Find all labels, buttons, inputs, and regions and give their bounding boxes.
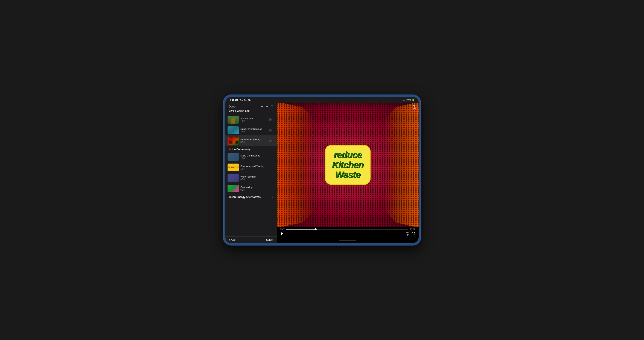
item-info-intro: Introduction 1:32 <box>240 117 267 122</box>
bottom-actions: + Add Select <box>226 236 277 243</box>
undo-icon[interactable]: ↩ <box>261 105 264 108</box>
main-video-area: reduce Kitchen Waste 3 <box>277 103 418 243</box>
chevron-down-icon: ⌄ <box>271 148 273 151</box>
playlist-scroll[interactable]: Introduction 1:32 3 › Repair over Replac… <box>226 115 277 236</box>
item-info-cooking: No-Waste Cooking 3:14 <box>240 138 267 143</box>
home-bar <box>339 241 356 241</box>
item-badge-intro: 3 › <box>268 118 273 121</box>
channel-title: Live a Green Life <box>229 109 273 112</box>
play-button[interactable] <box>280 232 284 237</box>
chevron-right-icon: › <box>273 140 273 142</box>
controls-row: i <box>280 232 415 237</box>
chevron-right-icon: › <box>273 129 273 131</box>
item-duration: 2:09 <box>240 130 267 133</box>
sidebar: Done ↩ ↪ ◫ Live a Green Life <box>226 103 277 243</box>
item-title: Introduction <box>240 117 267 120</box>
list-item[interactable]: Make Connections 1:28 <box>226 152 277 162</box>
list-item[interactable]: Commuting 0:26 <box>226 183 277 194</box>
item-badge-cooking: 6 › <box>268 139 273 142</box>
sidebar-header: Done ↩ ↪ ◫ Live a Green Life <box>226 103 277 115</box>
progress-thumb[interactable] <box>314 228 317 230</box>
battery-percent: 100% <box>406 99 411 101</box>
status-icons: ≈ 100% 🔋 <box>403 99 414 101</box>
current-time: 3:42 <box>280 228 284 230</box>
date-display: Tue Oct 18 <box>240 99 250 101</box>
thumbnail-intro <box>228 116 239 124</box>
list-item[interactable]: No-Waste Cooking 3:14 6 › <box>226 136 277 146</box>
video-visual: reduce Kitchen Waste <box>277 103 418 227</box>
add-button[interactable]: + Add <box>229 238 236 241</box>
thumbnail-work <box>228 174 239 182</box>
video-title-line2: Kitchen <box>332 160 364 170</box>
done-button[interactable]: Done <box>229 105 236 108</box>
item-info-borrow: Borrowing and Trading 1:04 <box>240 165 273 170</box>
item-title: Commuting <box>240 186 273 189</box>
svg-text:i: i <box>407 233 408 235</box>
video-container: reduce Kitchen Waste <box>277 103 418 227</box>
sidebar-toolbar: Done ↩ ↪ ◫ <box>229 105 273 108</box>
chevron-down-icon: ⌄ <box>271 196 273 199</box>
time-display: 9:41 AM <box>230 99 238 101</box>
layout-icon[interactable]: ◫ <box>270 105 273 108</box>
badge-count: 6 <box>268 139 272 142</box>
section-header-community[interactable]: In the Community ⌄ <box>226 146 277 152</box>
item-duration: 1:04 <box>240 168 273 170</box>
item-title: Repair over Replace <box>240 128 267 130</box>
select-button[interactable]: Select <box>266 238 273 241</box>
item-info-connections: Make Connections 1:28 <box>240 154 273 159</box>
status-time: 9:41 AM Tue Oct 18 <box>230 99 250 101</box>
ipad-device: 9:41 AM Tue Oct 18 ≈ 100% 🔋 Done <box>223 95 421 245</box>
item-badge-repair: 2 › <box>268 129 273 131</box>
fullscreen-button[interactable] <box>412 232 415 236</box>
app-content: Done ↩ ↪ ◫ Live a Green Life <box>226 103 418 243</box>
item-title: Work Together <box>240 175 273 178</box>
list-item[interactable]: Work Together 0:56 <box>226 173 277 183</box>
list-item[interactable]: Introduction 1:32 3 › <box>226 115 277 125</box>
item-duration: 3:14 <box>240 141 267 143</box>
section-title-energy: Clean Energy Alternatives <box>229 196 260 199</box>
thumbnail-cooking <box>228 137 239 145</box>
right-controls: i <box>406 232 415 236</box>
list-item[interactable]: BORROW Borrowing and Trading 1:04 <box>226 162 277 173</box>
home-indicator <box>277 239 418 243</box>
item-info-work: Work Together 0:56 <box>240 175 273 181</box>
item-info-commute: Commuting 0:26 <box>240 186 273 191</box>
progress-bar-container: 3:42 15:34 <box>280 228 415 230</box>
battery-indicator: 100% 🔋 <box>406 99 414 101</box>
video-title-line1: reduce <box>332 150 364 160</box>
ipad-screen: 9:41 AM Tue Oct 18 ≈ 100% 🔋 Done <box>226 97 418 243</box>
item-info-repair: Repair over Replace 2:09 <box>240 128 267 133</box>
section-header-energy[interactable]: Clean Energy Alternatives ⌄ <box>226 194 277 200</box>
video-title-line3: Waste <box>332 170 364 180</box>
item-title: Borrowing and Trading <box>240 165 273 167</box>
thumbnail-repair <box>228 126 239 134</box>
share-button[interactable] <box>412 105 416 109</box>
thumbnail-connections <box>228 153 239 161</box>
item-title: Make Connections <box>240 154 273 157</box>
wifi-icon: ≈ <box>403 99 405 101</box>
badge-count: 3 <box>268 118 272 121</box>
redo-icon[interactable]: ↪ <box>266 105 268 108</box>
chevron-right-icon: › <box>273 119 273 121</box>
toolbar-icons: ↩ ↪ ◫ <box>261 105 273 108</box>
video-text-overlay: reduce Kitchen Waste <box>325 145 370 185</box>
video-controls: 3:42 15:34 <box>277 227 418 239</box>
badge-count: 2 <box>268 129 272 131</box>
info-button[interactable]: i <box>406 232 409 236</box>
progress-fill <box>286 229 315 230</box>
section-title-community: In the Community <box>229 148 250 151</box>
item-duration: 0:56 <box>240 178 273 181</box>
thumbnail-borrow: BORROW <box>228 163 239 171</box>
progress-track[interactable] <box>286 229 408 230</box>
item-duration: 1:32 <box>240 120 267 122</box>
item-duration: 1:28 <box>240 157 273 159</box>
thumbnail-commute <box>228 185 239 192</box>
list-item[interactable]: Repair over Replace 2:09 2 › <box>226 125 277 136</box>
item-title: No-Waste Cooking <box>240 138 267 141</box>
front-camera <box>321 99 323 100</box>
total-time: 15:34 <box>410 228 415 230</box>
item-duration: 0:26 <box>240 189 273 191</box>
